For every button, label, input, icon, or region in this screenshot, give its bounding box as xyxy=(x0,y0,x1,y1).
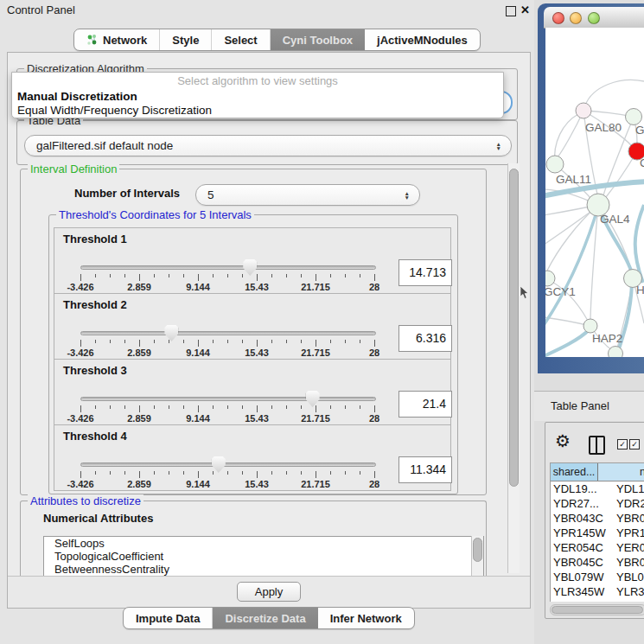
threshold-value-field[interactable]: 6.316 xyxy=(399,325,452,352)
threshold-value-field[interactable]: 14.713 xyxy=(399,259,452,286)
table-cell-name[interactable]: YDL1 xyxy=(615,481,644,496)
table-cell-name[interactable]: YER0 xyxy=(615,540,644,555)
tab-cyni-toolbox[interactable]: Cyni Toolbox xyxy=(271,29,365,50)
gear-icon[interactable]: ⚙ xyxy=(555,432,571,450)
network-node-node-partial[interactable] xyxy=(609,347,623,358)
table-cell-name[interactable]: YBL0 xyxy=(615,570,644,584)
table-cell-name[interactable]: YBR0 xyxy=(615,511,644,526)
slider-tick xyxy=(271,274,272,277)
network-edge[interactable] xyxy=(585,80,644,105)
network-node-gcy1[interactable] xyxy=(545,271,555,286)
tab-network[interactable]: Network xyxy=(74,29,160,50)
table-row[interactable]: YBR045CYBR0 xyxy=(551,555,644,570)
table-cell-name[interactable]: YBR0 xyxy=(615,555,644,570)
table-cell-shared-name[interactable]: YDL19... xyxy=(551,481,615,496)
slider-thumb[interactable] xyxy=(164,325,178,341)
table-cell-shared-name[interactable]: YBR043C xyxy=(551,511,615,526)
table-row[interactable]: YLR345WYLR3 xyxy=(551,584,644,599)
table-row[interactable]: YIL052CYIL0 xyxy=(551,599,644,602)
table-row[interactable]: YER054CYER0 xyxy=(551,540,644,555)
slider-thumb[interactable] xyxy=(243,259,257,276)
network-canvas[interactable]: GAL80GCGAL11GAL4GCY1HHAP2 xyxy=(545,28,644,357)
slider-tick xyxy=(301,274,302,277)
slider-track[interactable] xyxy=(80,265,376,270)
algorithm-option-equal-width-frequency-discretization[interactable]: Equal Width/Frequency Discretization xyxy=(12,103,503,117)
slider-tick xyxy=(183,471,184,475)
close-traffic-light-icon[interactable] xyxy=(552,12,564,24)
attribute-list-item-betweennesscentrality[interactable]: BetweennessCentrality xyxy=(44,563,483,576)
tab-jactivemnodules[interactable]: jActiveMNodules xyxy=(365,29,480,50)
network-node-gal11[interactable] xyxy=(546,156,564,173)
settings-scrollbar[interactable] xyxy=(507,163,520,573)
threshold-label: Threshold 1 xyxy=(63,233,127,245)
column-header-shared[interactable]: shared... xyxy=(551,463,598,481)
attribute-list-item-topologicalcoefficient[interactable]: TopologicalCoefficient xyxy=(44,550,483,563)
tab-select[interactable]: Select xyxy=(212,29,270,50)
table-cell-shared-name[interactable]: YER054C xyxy=(551,540,615,555)
slider-thumb[interactable] xyxy=(212,456,226,473)
tab-discretize-data[interactable]: Discretize Data xyxy=(213,608,317,628)
network-edge-highlighted[interactable] xyxy=(545,329,590,357)
table-cell-name[interactable]: YLR3 xyxy=(615,584,644,599)
table-cell-name[interactable]: YDR2 xyxy=(615,496,644,511)
threshold-row-2: Threshold 2-3.4262.8599.14415.4321.71528… xyxy=(54,293,451,360)
slider-tick xyxy=(183,340,184,343)
slider-tick xyxy=(95,340,96,343)
threshold-value-field[interactable]: 21.4 xyxy=(399,391,452,418)
table-panel-body: ⚙ ✓ ✓ shared... n YDL19...YDL1YDR27...YD… xyxy=(545,422,644,619)
slider-track[interactable] xyxy=(80,331,376,335)
table-cell-shared-name[interactable]: YBL079W xyxy=(551,570,615,584)
mouse-cursor-icon xyxy=(520,286,530,300)
slider-track[interactable] xyxy=(80,462,376,467)
attributes-scrollbar-thumb[interactable] xyxy=(473,538,482,562)
apply-button[interactable]: Apply xyxy=(237,582,302,602)
table-cell-shared-name[interactable]: YBR045C xyxy=(551,555,615,570)
table-data-combobox[interactable]: galFiltered.sif default node ▲▼ xyxy=(24,135,512,156)
table-cell-shared-name[interactable]: YPR145W xyxy=(551,526,615,540)
table-row[interactable]: YBL079WYBL0 xyxy=(551,570,644,584)
threshold-value-field[interactable]: 11.344 xyxy=(399,456,452,483)
table-row[interactable]: YBR043CYBR0 xyxy=(551,511,644,526)
network-node-gal80[interactable] xyxy=(576,103,591,118)
split-columns-icon[interactable] xyxy=(589,436,605,455)
slider-tick xyxy=(154,405,155,409)
table-row[interactable]: YDL19...YDL1 xyxy=(551,481,644,496)
node-label-gal80: GAL80 xyxy=(585,121,622,134)
tab-impute-data[interactable]: Impute Data xyxy=(124,608,213,628)
table-cell-name[interactable]: YIL0 xyxy=(615,599,644,602)
settings-scrollbar-thumb[interactable] xyxy=(509,169,519,487)
close-icon[interactable]: ✕ xyxy=(520,3,530,16)
number-of-intervals-combobox[interactable]: 5 ▲▼ xyxy=(195,184,420,206)
minimize-traffic-light-icon[interactable] xyxy=(570,12,582,24)
tab-infer-network[interactable]: Infer Network xyxy=(318,608,414,628)
tab-style[interactable]: Style xyxy=(160,29,212,50)
table-data-selected-value: galFiltered.sif default node xyxy=(36,139,173,152)
slider-thumb[interactable] xyxy=(306,391,320,407)
table-row[interactable]: YDR27...YDR2 xyxy=(551,496,644,511)
numerical-attributes-list[interactable]: SelfLoopsTopologicalCoefficientBetweenne… xyxy=(43,536,484,577)
attributes-list-scrollbar[interactable] xyxy=(471,536,483,576)
zoom-traffic-light-icon[interactable] xyxy=(588,12,600,24)
table-cell-shared-name[interactable]: YIL052C xyxy=(551,599,615,602)
table-row[interactable]: YPR145WYPR1 xyxy=(551,526,644,540)
slider-tick-label: 2.859 xyxy=(127,479,151,489)
table-cell-shared-name[interactable]: YLR345W xyxy=(551,584,615,599)
node-label-gal11: GAL11 xyxy=(556,173,591,186)
slider-tick-label: -3.426 xyxy=(67,348,93,358)
slider-tick xyxy=(330,405,331,409)
table-hscrollbar-thumb[interactable] xyxy=(552,606,643,614)
network-node-hap2[interactable] xyxy=(583,319,597,333)
attribute-list-item-selfloops[interactable]: SelfLoops xyxy=(44,537,483,550)
column-header-name[interactable]: n xyxy=(598,463,644,481)
float-window-icon[interactable] xyxy=(506,6,516,16)
table-cell-shared-name[interactable]: YDR27... xyxy=(551,496,615,511)
algorithm-option-manual-discretization[interactable]: Manual Discretization xyxy=(12,89,503,103)
network-view-window: GAL80GCGAL11GAL4GCY1HHAP2 xyxy=(538,3,644,373)
network-node-g[interactable] xyxy=(626,109,642,125)
checkbox-icon[interactable]: ✓ xyxy=(629,439,640,450)
checkbox-icon[interactable]: ✓ xyxy=(617,439,628,450)
slider-track[interactable] xyxy=(80,397,376,401)
table-horizontal-scrollbar[interactable] xyxy=(550,604,644,615)
table-cell-name[interactable]: YPR1 xyxy=(615,526,644,540)
table-header-row: shared... n xyxy=(551,463,644,481)
